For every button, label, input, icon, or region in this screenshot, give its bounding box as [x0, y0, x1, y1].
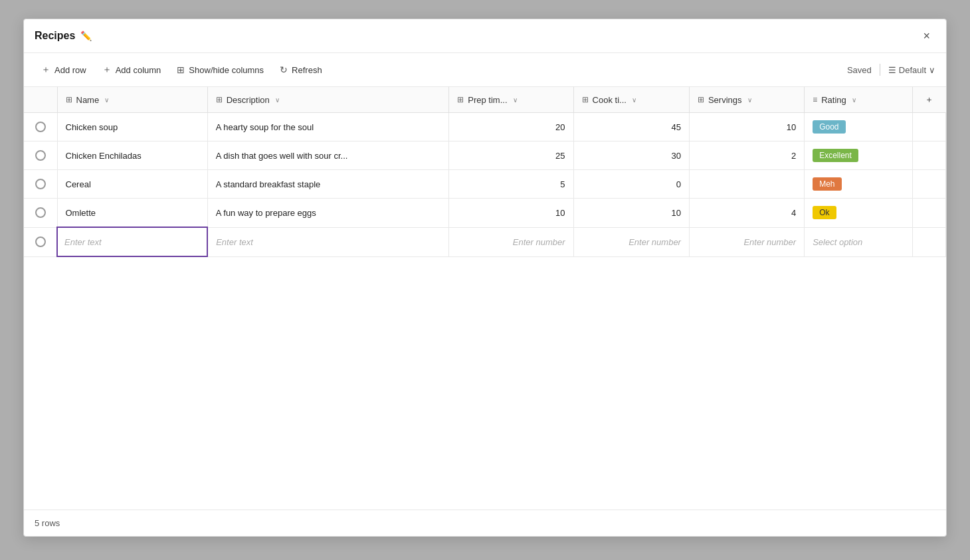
add-row-button[interactable]: ＋ Add row — [35, 60, 93, 80]
new-row-name-cell[interactable]: Enter text — [57, 227, 207, 256]
col-header-servings[interactable]: ⊞ Servings ∨ — [689, 87, 804, 113]
row-servings-cell[interactable]: 10 — [689, 113, 804, 141]
new-row-checkbox-cell — [24, 227, 57, 256]
row-desc-cell[interactable]: A dish that goes well with sour cr... — [207, 141, 449, 170]
row-rating-cell[interactable]: Good — [805, 113, 913, 141]
cook-col-icon: ⊞ — [582, 95, 589, 104]
table-row: Chicken soupA hearty soup for the soul20… — [24, 113, 946, 141]
table-container: ⊞ Name ∨ ⊞ Description ∨ — [24, 87, 946, 510]
row-checkbox-3[interactable] — [35, 207, 46, 218]
row-checkbox-0[interactable] — [35, 122, 46, 132]
refresh-icon: ↻ — [280, 64, 288, 75]
new-row-prep-placeholder: Enter number — [513, 237, 565, 247]
row-name-cell[interactable]: Cereal — [57, 170, 207, 199]
new-row-servings-placeholder: Enter number — [743, 237, 796, 247]
new-row-desc-placeholder: Enter text — [216, 237, 253, 247]
rating-badge: Excellent — [813, 149, 858, 162]
row-servings-cell[interactable] — [689, 170, 804, 199]
col-header-name[interactable]: ⊞ Name ∨ — [57, 87, 207, 113]
add-column-icon: ＋ — [102, 64, 112, 76]
row-rating-cell[interactable]: Ok — [805, 199, 913, 228]
servings-col-label: Servings — [708, 95, 742, 105]
row-prep-cell[interactable]: 20 — [449, 113, 573, 141]
row-cook-cell[interactable]: 30 — [573, 141, 689, 170]
row-checkbox-cell — [24, 113, 57, 141]
new-row-desc-cell[interactable]: Enter text — [207, 227, 449, 256]
desc-col-icon: ⊞ — [216, 95, 223, 104]
checkbox-header-col — [24, 87, 57, 113]
row-checkbox-cell — [24, 170, 57, 199]
row-rating-cell[interactable]: Meh — [805, 170, 913, 199]
row-add-col — [913, 170, 946, 199]
row-checkbox-cell — [24, 199, 57, 228]
row-prep-cell[interactable]: 10 — [449, 199, 573, 228]
edit-title-icon[interactable]: ✏️ — [80, 31, 92, 41]
table-footer: 5 rows — [24, 510, 946, 536]
close-button[interactable]: × — [918, 27, 935, 45]
row-name-cell[interactable]: Chicken Enchiladas — [57, 141, 207, 170]
prep-col-icon: ⊞ — [457, 95, 464, 104]
show-hide-columns-button[interactable]: ⊞ Show/hide columns — [170, 60, 270, 79]
row-servings-cell[interactable]: 4 — [689, 199, 804, 228]
new-row-add-col — [913, 227, 946, 256]
table-row: OmletteA fun way to prepare eggs10104Ok — [24, 199, 946, 228]
row-add-col — [913, 113, 946, 141]
row-cook-cell[interactable]: 0 — [573, 170, 689, 199]
modal-title: Recipes — [35, 30, 75, 42]
new-row: Enter textEnter textEnter numberEnter nu… — [24, 227, 946, 256]
table-body: Chicken soupA hearty soup for the soul20… — [24, 113, 946, 257]
servings-sort-icon: ∨ — [747, 96, 752, 104]
show-hide-label: Show/hide columns — [189, 65, 264, 75]
new-row-servings-cell[interactable]: Enter number — [689, 227, 804, 256]
row-add-col — [913, 141, 946, 170]
refresh-button[interactable]: ↻ Refresh — [273, 60, 329, 79]
col-header-description[interactable]: ⊞ Description ∨ — [207, 87, 449, 113]
new-row-checkbox[interactable] — [35, 236, 46, 247]
add-column-button[interactable]: ＋ Add column — [96, 60, 168, 80]
row-cook-cell[interactable]: 10 — [573, 199, 689, 228]
row-desc-cell[interactable]: A fun way to prepare eggs — [207, 199, 449, 228]
new-row-rating-placeholder: Select option — [813, 237, 862, 247]
row-checkbox-2[interactable] — [35, 179, 46, 189]
chevron-down-icon: ∨ — [929, 65, 935, 75]
row-servings-cell[interactable]: 2 — [689, 141, 804, 170]
cook-sort-icon: ∨ — [632, 96, 636, 104]
modal-header: Recipes ✏️ × — [24, 19, 946, 53]
row-add-col — [913, 199, 946, 228]
cook-col-label: Cook ti... — [593, 95, 627, 105]
row-name-cell[interactable]: Omlette — [57, 199, 207, 228]
table-row: CerealA standard breakfast staple50Meh — [24, 170, 946, 199]
toolbar-divider — [880, 64, 880, 76]
row-checkbox-cell — [24, 141, 57, 170]
modal-overlay: Recipes ✏️ × ＋ Add row ＋ Add column ⊞ Sh… — [0, 0, 970, 560]
default-view-label: Default — [899, 65, 926, 75]
table-header-row: ⊞ Name ∨ ⊞ Description ∨ — [24, 87, 946, 113]
col-header-prep-time[interactable]: ⊞ Prep tim... ∨ — [449, 87, 573, 113]
add-row-icon: ＋ — [41, 64, 50, 76]
new-row-cook-cell[interactable]: Enter number — [573, 227, 689, 256]
row-name-cell[interactable]: Chicken soup — [57, 113, 207, 141]
new-row-prep-cell[interactable]: Enter number — [449, 227, 573, 256]
row-desc-cell[interactable]: A hearty soup for the soul — [207, 113, 449, 141]
new-row-name-placeholder: Enter text — [64, 237, 102, 247]
rows-count-label: 5 rows — [35, 518, 60, 528]
row-desc-cell[interactable]: A standard breakfast staple — [207, 170, 449, 199]
toolbar: ＋ Add row ＋ Add column ⊞ Show/hide colum… — [24, 53, 946, 87]
row-prep-cell[interactable]: 5 — [449, 170, 573, 199]
add-col-header[interactable]: ＋ — [913, 87, 946, 113]
rating-badge: Ok — [813, 206, 836, 219]
row-rating-cell[interactable]: Excellent — [805, 141, 913, 170]
col-header-rating[interactable]: ≡ Rating ∨ — [805, 87, 913, 113]
row-prep-cell[interactable]: 25 — [449, 141, 573, 170]
add-column-label: Add column — [116, 65, 161, 75]
col-header-cook-time[interactable]: ⊞ Cook ti... ∨ — [573, 87, 689, 113]
prep-sort-icon: ∨ — [513, 96, 518, 104]
row-checkbox-1[interactable] — [35, 150, 46, 161]
servings-col-icon: ⊞ — [698, 95, 704, 104]
row-cook-cell[interactable]: 45 — [573, 113, 689, 141]
rating-col-icon: ≡ — [813, 95, 817, 104]
default-view-button[interactable]: ☰ Default ∨ — [888, 65, 935, 75]
new-row-rating-cell[interactable]: Select option — [805, 227, 913, 256]
desc-col-label: Description — [227, 95, 270, 105]
toolbar-right: Saved ☰ Default ∨ — [847, 64, 935, 76]
